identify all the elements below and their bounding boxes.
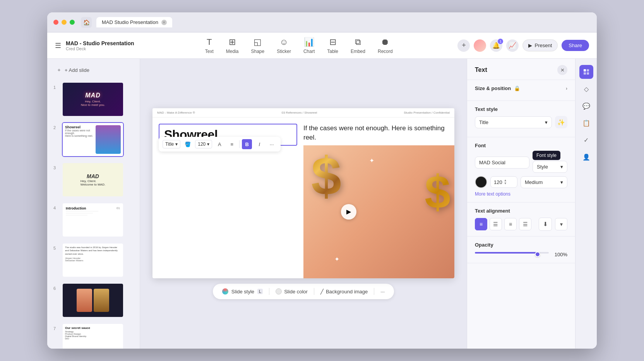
text-download-button[interactable]: ⬇ [539, 218, 552, 231]
close-traffic-light[interactable] [53, 20, 58, 25]
svg-rect-2 [584, 72, 586, 75]
design-panel-icon[interactable] [579, 65, 593, 79]
slide-color-button[interactable]: Slide color [272, 287, 311, 296]
chart-tool-icon: 📊 [304, 37, 314, 47]
align-center-button[interactable]: ☰ [490, 218, 502, 230]
tool-embed[interactable]: ⧉ Embed [346, 35, 370, 56]
font-size-stepper[interactable]: ▲ ▼ [504, 179, 507, 185]
tab-close-button[interactable]: ✕ [161, 20, 167, 25]
align-extra-button[interactable]: ▾ [555, 218, 567, 230]
style-magic-button[interactable]: ✨ [555, 116, 567, 128]
slide-thumbnail[interactable]: Showreel If the cases were not enough.He… [62, 122, 124, 157]
checklist-icon[interactable]: ✓ [579, 133, 593, 147]
font-weight-dropdown[interactable]: Medium ▾ [521, 176, 567, 188]
slide-item[interactable]: 6 [52, 281, 135, 319]
font-label: Font [475, 143, 486, 148]
slide-item[interactable]: 1 MAD Hey, Client.Nice to meet you. [52, 80, 135, 118]
slide-thumbnail[interactable]: Our secret sauce StrategyProduct DesignD… [62, 323, 124, 349]
menu-icon[interactable]: ☰ [55, 41, 61, 50]
opacity-slider-thumb[interactable] [535, 252, 540, 257]
active-tab[interactable]: MAD Studio Presentation ✕ [96, 17, 172, 27]
tool-record-label: Record [378, 49, 393, 54]
paint-bucket-button[interactable]: 🪣 [183, 139, 193, 149]
font-style-dropdown[interactable]: Style ▾ [533, 161, 567, 173]
more-format-button[interactable]: ··· [267, 139, 277, 149]
align-justify-button[interactable]: ☰ [519, 218, 531, 230]
style-select-row: Title ▾ ✨ [475, 116, 567, 128]
stepper-down-icon[interactable]: ▼ [504, 182, 507, 185]
animation-icon[interactable]: ◇ [579, 82, 593, 96]
tool-record[interactable]: ⏺ Record [373, 35, 397, 56]
tool-media[interactable]: ⊞ Media [221, 35, 243, 56]
font-size-value: 120 [494, 179, 502, 185]
bold-button[interactable]: B [242, 139, 252, 149]
slide-image: $ $ ✦ ✦ ▶ [303, 145, 454, 278]
add-slide-label: + Add slide [65, 67, 89, 73]
record-tool-icon: ⏺ [381, 37, 389, 47]
slide-style-label: Slide style [231, 289, 254, 295]
tool-table[interactable]: ⊟ Table [322, 35, 343, 56]
comments-icon[interactable]: 💬 [579, 99, 593, 113]
font-size-input[interactable]: 120 ▲ ▼ [490, 176, 517, 188]
text-style-label: Text style [475, 106, 498, 112]
slide-item[interactable]: 4 Introduction 01 [52, 201, 135, 239]
background-image-button[interactable]: ╱ Background image [317, 287, 371, 296]
user-avatar[interactable] [474, 39, 486, 52]
add-collaborator-button[interactable]: + [457, 39, 470, 52]
align-left-button[interactable]: ≡ [475, 218, 487, 230]
text-style-section: Text style Title ▾ ✨ [467, 101, 575, 137]
play-button[interactable]: ▶ [341, 204, 356, 220]
analytics-button[interactable]: 📈 [506, 39, 519, 52]
style-dropdown[interactable]: Title ▾ [475, 116, 552, 128]
more-options-button[interactable]: ··· [377, 287, 388, 296]
text-align-button[interactable]: ≡ [227, 139, 237, 149]
align-right-button[interactable]: ≡ [504, 218, 517, 230]
slide-item[interactable]: 5 The studio was founded in 2016 by Jürg… [52, 241, 135, 279]
present-button[interactable]: ▶ Present [522, 39, 558, 51]
toolbar-right: + 🔔 1 📈 ▶ Present Share [457, 39, 589, 52]
text-style-select[interactable]: Title ▾ [163, 140, 180, 148]
close-panel-button[interactable]: ✕ [557, 65, 567, 75]
notifications-button[interactable]: 🔔 1 [490, 39, 502, 52]
toolbar: ☰ MAD - Studio Presentation Cred Deck T … [47, 32, 597, 59]
slide-thumbnail[interactable]: MAD Hey, Client.Welcome to MAD. [62, 162, 124, 197]
slide-thumbnail[interactable]: MAD Hey, Client.Nice to meet you. [62, 82, 124, 117]
maximize-traffic-light[interactable] [70, 20, 75, 25]
chevron-down-icon: ▾ [175, 141, 178, 147]
canvas-bottom-bar: Slide style L Slide color ╱ Background i… [213, 284, 394, 299]
tool-sticker[interactable]: ☺ Sticker [272, 35, 296, 56]
font-color-swatch[interactable] [475, 176, 487, 188]
italic-button[interactable]: I [254, 139, 264, 149]
tool-chart[interactable]: 📊 Chart [299, 35, 319, 56]
font-size-row: 120 ▲ ▼ Medium ▾ [475, 176, 567, 188]
font-size-select[interactable]: 120 ▾ [195, 140, 212, 148]
slide-thumbnail[interactable]: Introduction 01 [62, 203, 124, 237]
slide-item[interactable]: 7 Our secret sauce StrategyProduct Desig… [52, 322, 135, 349]
slide-thumbnail[interactable] [62, 283, 124, 318]
home-icon[interactable]: 🏠 [81, 17, 92, 28]
font-name-dropdown[interactable]: MAD Social [475, 157, 529, 169]
slide-item[interactable]: 3 MAD Hey, Client.Welcome to MAD. [52, 161, 135, 199]
opacity-title: Opacity [475, 242, 567, 248]
slide-style-button[interactable]: Slide style L [219, 287, 266, 296]
more-icon: ··· [380, 289, 385, 295]
slide-number: 7 [53, 326, 59, 331]
size-position-title[interactable]: Size & position 🔒 › [475, 85, 567, 91]
lock-icon: 🔒 [514, 85, 520, 91]
more-text-options-link[interactable]: More text options [475, 191, 567, 197]
font-color-button[interactable]: A [214, 139, 224, 149]
slide-item[interactable]: 2 Showreel If the cases were not enough.… [52, 121, 135, 158]
notes-icon[interactable]: 📋 [579, 116, 593, 130]
tool-shape[interactable]: ◱ Shape [247, 35, 269, 56]
chevron-down-icon: ▾ [545, 119, 548, 125]
slide-thumbnail[interactable]: The studio was founded in 2016 by Jürgen… [62, 243, 124, 278]
add-slide-button[interactable]: ＋ + Add slide [52, 63, 135, 77]
minimize-traffic-light[interactable] [62, 20, 67, 25]
tool-text[interactable]: T Text [200, 35, 218, 56]
canvas-area: MAD - Make A Difference ® 03 References … [140, 59, 467, 349]
toolbar-left: ☰ MAD - Studio Presentation Cred Deck [55, 40, 140, 51]
text-alignment-title: Text alignment [475, 208, 567, 214]
person-icon[interactable]: 👤 [579, 150, 593, 164]
share-button[interactable]: Share [562, 40, 589, 51]
decorative-dollar-shape: $ [311, 149, 341, 203]
